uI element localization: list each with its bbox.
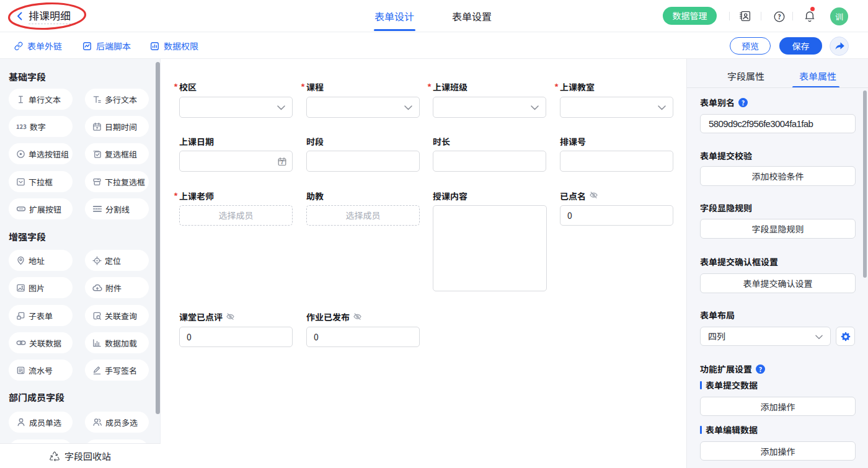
svg-text:?: ?	[777, 12, 781, 21]
svg-text:7: 7	[280, 158, 283, 166]
